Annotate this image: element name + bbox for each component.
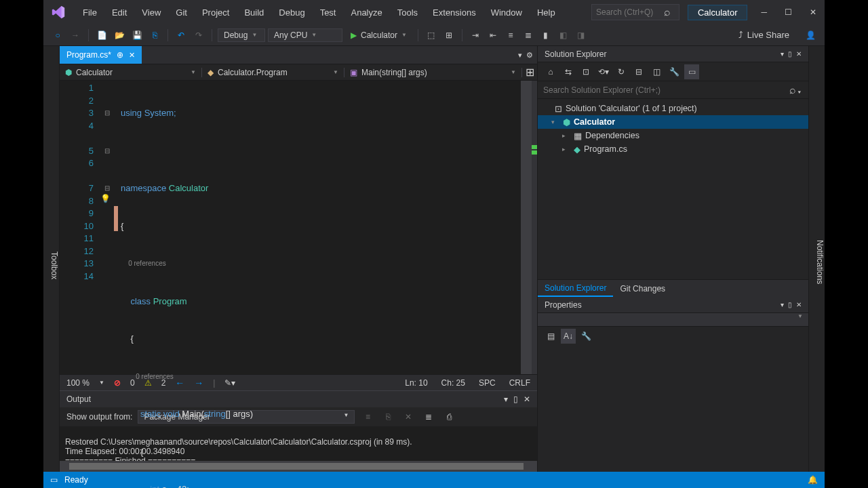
se-show-all-icon[interactable]: ◫ xyxy=(649,64,664,79)
tb-icon-1[interactable]: ⬚ xyxy=(424,28,439,43)
output-close-icon[interactable]: ✕ xyxy=(524,394,530,404)
tab-git-changes[interactable]: Git Changes xyxy=(613,281,672,296)
se-search-input[interactable] xyxy=(543,85,789,95)
line-number-gutter: 1 2 3 4 5 6 7 8 9 10 11 12 13 14 xyxy=(60,81,100,374)
dependencies-node[interactable]: ▸ ▦ Dependencies xyxy=(538,129,808,142)
start-debug-button[interactable]: ▶ Calculator ▼ xyxy=(345,29,412,41)
minimize-button[interactable]: ─ xyxy=(758,6,770,18)
undo-icon[interactable]: ↶ xyxy=(174,28,189,43)
close-button[interactable]: ✕ xyxy=(807,6,819,18)
menu-edit[interactable]: Edit xyxy=(105,5,134,20)
menu-window[interactable]: Window xyxy=(484,5,529,20)
split-editor-icon[interactable]: ⊞ xyxy=(522,66,537,79)
tab-dropdown-icon[interactable]: ▾ xyxy=(518,51,522,60)
menu-project[interactable]: Project xyxy=(195,5,236,20)
pin-icon[interactable]: ⊕ xyxy=(117,50,123,60)
solution-icon: ⊡ xyxy=(555,104,562,114)
se-collapse-icon[interactable]: ⊟ xyxy=(631,64,646,79)
menu-analyze[interactable]: Analyze xyxy=(344,5,389,20)
tb-icon-9[interactable]: ◨ xyxy=(574,28,589,43)
se-switch-icon[interactable]: ⇆ xyxy=(561,64,576,79)
notifications-tab[interactable]: Notifications xyxy=(808,46,825,472)
navigation-bar: ⬢ Calculator▼ ◆ Calculator.Program▼ ▣ Ma… xyxy=(60,64,537,81)
search-input[interactable] xyxy=(596,7,664,17)
props-object-combo[interactable]: ▼ xyxy=(538,313,808,327)
notification-bell-icon[interactable]: 🔔 xyxy=(808,475,818,485)
solution-tree[interactable]: ⊡ Solution 'Calculator' (1 of 1 project)… xyxy=(538,99,808,279)
project-node[interactable]: ▾ ⬢ Calculator xyxy=(538,115,808,129)
maximize-button[interactable]: ☐ xyxy=(782,6,795,18)
class-icon: ◆ xyxy=(208,68,214,77)
platform-combo[interactable]: Any CPU▼ xyxy=(268,28,342,42)
open-file-icon[interactable]: 📂 xyxy=(112,28,127,43)
tab-program-cs[interactable]: Program.cs* ⊕ ✕ xyxy=(60,46,142,64)
lightbulb-icon[interactable]: 💡 xyxy=(100,194,111,203)
se-pin-icon[interactable]: ▯ xyxy=(788,50,792,58)
live-share-button[interactable]: ⤴ Live Share xyxy=(733,28,795,41)
program-cs-node[interactable]: ▸ ◆ Program.cs xyxy=(538,142,808,156)
search-box[interactable]: ⌕ xyxy=(591,4,679,20)
method-icon: ▣ xyxy=(350,68,357,77)
se-refresh-icon[interactable]: ↻ xyxy=(614,64,629,79)
se-wrench-icon[interactable]: 🔧 xyxy=(667,64,682,79)
props-close-icon[interactable]: ✕ xyxy=(796,301,802,308)
back-icon[interactable]: ○ xyxy=(50,28,65,43)
menu-file[interactable]: File xyxy=(76,5,104,20)
se-btn-3[interactable]: ⊡ xyxy=(578,64,593,79)
solution-node[interactable]: ⊡ Solution 'Calculator' (1 of 1 project) xyxy=(538,102,808,115)
se-dropdown-icon[interactable]: ▾ xyxy=(781,50,784,58)
toolbox-tab[interactable]: Toolbox xyxy=(43,46,60,472)
props-cat-icon[interactable]: ▤ xyxy=(543,329,558,344)
menu-view[interactable]: View xyxy=(135,5,167,20)
save-icon[interactable]: 💾 xyxy=(130,28,144,43)
props-dropdown-icon[interactable]: ▾ xyxy=(781,301,784,308)
admin-icon[interactable]: 👤 xyxy=(803,28,818,43)
menu-bar: File Edit View Git Project Build Debug T… xyxy=(43,0,825,24)
menu-test[interactable]: Test xyxy=(313,5,343,20)
se-search-box[interactable]: ⌕▾ xyxy=(538,81,808,99)
code-area[interactable]: using System; namespace Calculator { 0 r… xyxy=(118,81,521,374)
nav-scope-combo[interactable]: ⬢ Calculator▼ xyxy=(60,68,202,77)
nav-member-combo[interactable]: ▣ Main(string[] args)▼ xyxy=(344,68,522,77)
configuration-combo[interactable]: Debug▼ xyxy=(218,28,265,42)
output-hscroll[interactable] xyxy=(60,461,537,472)
tb-icon-6[interactable]: ≣ xyxy=(521,28,536,43)
tb-icon-8[interactable]: ◧ xyxy=(556,28,571,43)
menu-help[interactable]: Help xyxy=(530,5,562,20)
tab-close-icon[interactable]: ✕ xyxy=(129,51,135,60)
tb-icon-7[interactable]: ▮ xyxy=(538,28,553,43)
play-icon: ▶ xyxy=(351,30,357,40)
vs-logo-icon xyxy=(49,3,68,22)
menu-git[interactable]: Git xyxy=(169,5,194,20)
props-az-icon[interactable]: A↓ xyxy=(561,329,576,344)
se-sync-icon[interactable]: ⟲▾ xyxy=(596,64,611,79)
se-preview-icon[interactable]: ▭ xyxy=(684,64,699,79)
menu-tools[interactable]: Tools xyxy=(391,5,425,20)
forward-icon[interactable]: → xyxy=(68,28,83,43)
overview-margin[interactable] xyxy=(532,81,537,374)
tb-icon-2[interactable]: ⊞ xyxy=(441,28,456,43)
props-pin-icon[interactable]: ▯ xyxy=(788,301,792,308)
code-editor[interactable]: 1 2 3 4 5 6 7 8 9 10 11 12 13 14 xyxy=(60,81,537,374)
output-title: Output xyxy=(66,394,91,404)
search-icon: ⌕ xyxy=(664,6,671,18)
tb-icon-4[interactable]: ⇤ xyxy=(486,28,500,43)
fold-column[interactable]: ⊟ ⊟ ⊟ xyxy=(100,81,114,374)
menu-debug[interactable]: Debug xyxy=(272,5,311,20)
redo-icon[interactable]: ↷ xyxy=(191,28,206,43)
tb-icon-3[interactable]: ⇥ xyxy=(468,28,483,43)
new-file-icon[interactable]: 📄 xyxy=(94,28,109,43)
se-home-icon[interactable]: ⌂ xyxy=(543,64,558,79)
tb-icon-5[interactable]: ≡ xyxy=(503,28,518,43)
nav-class-combo[interactable]: ◆ Calculator.Program▼ xyxy=(202,68,344,77)
save-all-icon[interactable]: ⎘ xyxy=(147,28,162,43)
zoom-level[interactable]: 100 % xyxy=(66,378,90,388)
menu-build[interactable]: Build xyxy=(237,5,271,20)
vertical-scrollbar[interactable] xyxy=(521,81,532,374)
menu-extensions[interactable]: Extensions xyxy=(426,5,483,20)
props-wrench-icon[interactable]: 🔧 xyxy=(578,329,593,344)
tab-solution-explorer[interactable]: Solution Explorer xyxy=(538,281,613,297)
tab-settings-icon[interactable]: ⚙ xyxy=(526,51,533,60)
toolbar: ○ → 📄 📂 💾 ⎘ ↶ ↷ Debug▼ Any CPU▼ ▶ Calcul… xyxy=(43,24,825,46)
se-close-icon[interactable]: ✕ xyxy=(796,50,802,58)
